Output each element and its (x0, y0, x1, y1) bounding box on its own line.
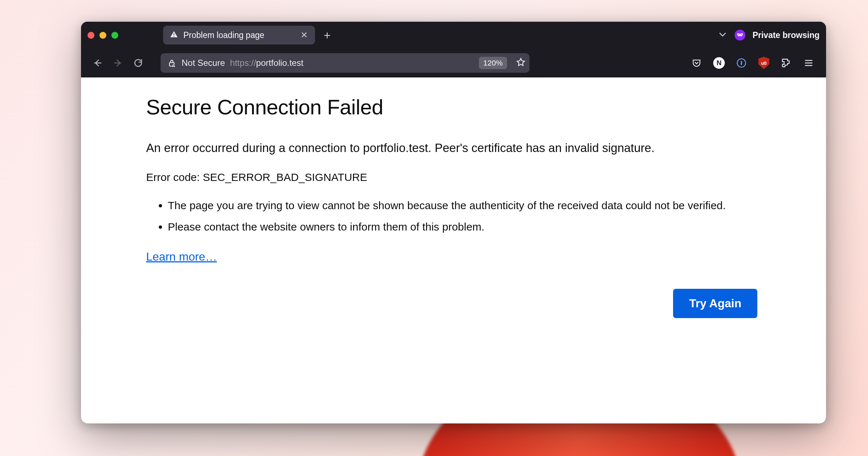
extension-onepassword-button[interactable] (734, 56, 749, 70)
private-browsing-label: Private browsing (753, 30, 820, 40)
extensions-button[interactable] (779, 56, 793, 70)
tabs-dropdown-button[interactable] (718, 30, 727, 41)
browser-window: Problem loading page ✕ + Private browsin… (81, 22, 826, 423)
url-host: portfolio.test (256, 58, 303, 68)
warning-icon (170, 30, 178, 40)
extension-n-button[interactable]: N (712, 56, 726, 70)
tab-close-button[interactable]: ✕ (298, 29, 310, 42)
titlebar: Problem loading page ✕ + Private browsin… (81, 22, 826, 48)
reload-button[interactable] (129, 54, 147, 72)
window-zoom-button[interactable] (111, 32, 118, 39)
svg-rect-0 (174, 33, 174, 35)
url-text: https://portfolio.test (230, 58, 303, 68)
tab-title: Problem loading page (183, 30, 264, 40)
window-controls (88, 32, 118, 39)
security-status-label: Not Secure (182, 58, 225, 68)
error-bullet-list: The page you are trying to view cannot b… (146, 197, 739, 235)
error-code: Error code: SEC_ERROR_BAD_SIGNATURE (146, 171, 761, 183)
extension-ublock-button[interactable]: u0 (757, 56, 771, 70)
error-bullet: Please contact the website owners to inf… (168, 219, 739, 235)
browser-tab[interactable]: Problem loading page ✕ (163, 26, 315, 45)
svg-rect-5 (173, 65, 174, 66)
app-menu-button[interactable] (801, 56, 816, 70)
error-title: Secure Connection Failed (146, 95, 761, 119)
zoom-indicator[interactable]: 120% (479, 57, 507, 69)
back-button[interactable] (89, 54, 106, 72)
svg-rect-6 (173, 66, 174, 67)
window-close-button[interactable] (88, 32, 94, 39)
svg-rect-8 (741, 61, 742, 65)
svg-rect-1 (174, 36, 174, 37)
svg-point-3 (741, 34, 742, 35)
error-description: An error occurred during a connection to… (146, 139, 674, 157)
forward-button[interactable] (109, 54, 127, 72)
bookmark-star-button[interactable] (516, 57, 526, 69)
lock-warning-icon (167, 58, 176, 68)
url-bar[interactable]: Not Secure https://portfolio.test 120% (161, 53, 529, 73)
toolbar: Not Secure https://portfolio.test 120% N… (81, 48, 826, 77)
toolbar-extensions: N u0 (689, 56, 818, 70)
private-browsing-icon (735, 30, 745, 41)
learn-more-link[interactable]: Learn more… (146, 250, 217, 263)
new-tab-button[interactable]: + (320, 28, 335, 42)
window-minimize-button[interactable] (99, 32, 106, 39)
url-scheme: https:// (230, 58, 256, 68)
pocket-button[interactable] (689, 56, 704, 70)
error-bullet: The page you are trying to view cannot b… (168, 197, 739, 214)
try-again-button[interactable]: Try Again (673, 289, 757, 318)
svg-point-2 (738, 34, 739, 35)
page-content: Secure Connection Failed An error occurr… (81, 77, 826, 423)
